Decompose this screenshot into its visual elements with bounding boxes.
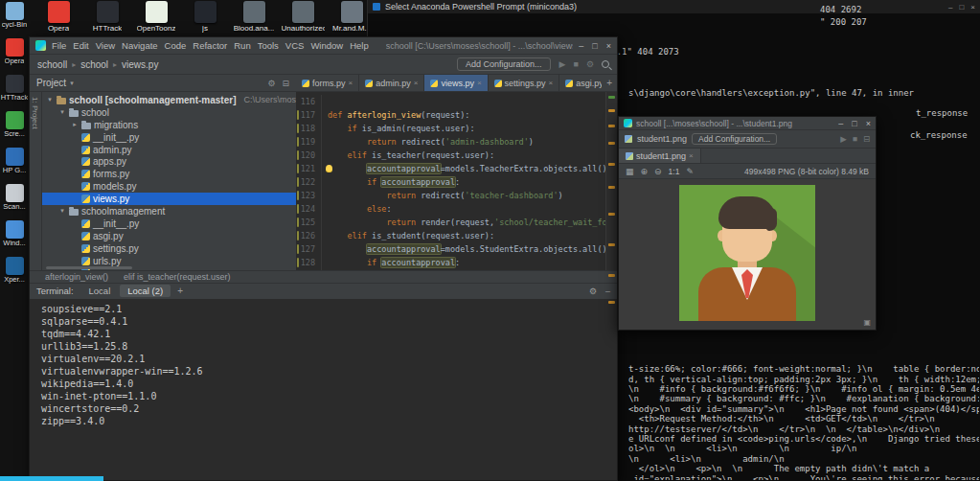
breadcrumb-scope[interactable]: elif is_teacher(request.user) — [124, 272, 231, 282]
zoom-actual-size-button[interactable]: 1:1 — [669, 167, 680, 176]
menu-item[interactable]: Tools — [258, 40, 279, 51]
desktop-icon-image[interactable] — [6, 184, 24, 202]
project-tree-item[interactable]: ▸ migrations — [42, 119, 296, 131]
editor-tab[interactable]: views.py × — [424, 75, 488, 91]
desktop-icon-image[interactable] — [6, 148, 24, 166]
run-file-label[interactable]: student1.png — [637, 134, 687, 144]
desktop-icon[interactable]: Unauthorized — [281, 1, 325, 33]
breadcrumb-item[interactable]: school — [80, 59, 108, 70]
intention-bulb-icon[interactable] — [326, 165, 332, 172]
desktop-icon-image[interactable] — [6, 257, 24, 275]
desktop-icon-image[interactable] — [6, 220, 24, 239]
code-line-123[interactable]: 123 return redirect('teacher-dashboard') — [296, 189, 605, 202]
breadcrumb-item[interactable]: views.py — [122, 59, 158, 70]
desktop-icon-image[interactable] — [194, 1, 217, 23]
project-tree-item[interactable]: asgi.py — [42, 230, 296, 242]
code-line-124[interactable]: 124 else: — [296, 202, 605, 216]
project-tree-item[interactable]: views.py — [42, 193, 296, 205]
close-icon[interactable]: × — [866, 119, 871, 128]
desktop-icon[interactable]: HP G... — [0, 148, 29, 174]
code-line-117[interactable]: 117def afterlogin_view(request): — [296, 108, 605, 122]
tree-expand-arrow-icon[interactable]: ▾ — [46, 96, 54, 103]
code-line-116[interactable]: 116 — [296, 95, 605, 108]
code-line-119[interactable]: 119 return redirect('admin-dashboard') — [296, 135, 605, 149]
tree-expand-arrow-icon[interactable]: ▾ — [58, 108, 66, 116]
image-viewer-window[interactable]: schooll [...\moses\schooll] - ...\studen… — [618, 116, 877, 331]
desktop-icon[interactable]: cycl-Bin — [0, 2, 29, 29]
project-tree-item[interactable]: urls.py — [42, 255, 296, 267]
settings-gear-icon[interactable]: ⚙ — [267, 79, 275, 88]
project-tree-item[interactable]: forms.py — [42, 168, 296, 180]
menu-item[interactable]: Navigate — [122, 40, 158, 51]
tool-window-stripe[interactable]: 1: Project — [30, 92, 42, 270]
desktop-icon-image[interactable] — [48, 1, 70, 23]
image-window-titlebar[interactable]: schooll [...\moses\schooll] - ...\studen… — [619, 117, 876, 130]
add-configuration-button[interactable]: Add Configuration... — [457, 57, 551, 71]
terminal-output[interactable]: soupsieve==2.1sqlparse==0.4.1tqdm==4.42.… — [30, 299, 617, 481]
run-icon[interactable]: ▶ — [840, 134, 847, 144]
powershell-titlebar[interactable]: Select Anaconda Powershell Prompt (minic… — [368, 0, 980, 13]
pycharm-window[interactable]: FileEditViewNavigateCodeRefactorRunTools… — [29, 36, 618, 481]
grid-toggle-icon[interactable]: ▦ — [626, 167, 634, 176]
desktop-icon[interactable]: Scan... — [0, 184, 29, 211]
code-line-126[interactable]: 126 elif is_student(request.user): — [296, 229, 605, 242]
collapse-icon[interactable]: ⊟ — [863, 134, 870, 144]
code-line-128[interactable]: 128 if accountapproval: — [296, 256, 605, 269]
project-tree-item[interactable]: __init__.py — [42, 131, 296, 144]
run-icon[interactable]: ▶ — [559, 59, 566, 69]
menu-item[interactable]: Window — [310, 40, 343, 51]
hide-panel-icon[interactable]: – — [605, 286, 610, 296]
edit-pencil-icon[interactable]: ✎ — [686, 167, 694, 176]
desktop-icon[interactable]: HTTrack — [85, 1, 129, 33]
desktop-icon-image[interactable] — [146, 1, 168, 23]
code-line-129[interactable]: 129 return redirect('student-dashboard') — [296, 269, 605, 270]
project-panel-header[interactable]: Project ▾ ⚙⊟ — [30, 75, 296, 91]
tab-close-icon[interactable]: × — [549, 79, 554, 87]
desktop-icon-image[interactable] — [6, 38, 24, 57]
editor-tab[interactable]: settings.py × — [489, 75, 560, 91]
close-icon[interactable]: × — [606, 41, 611, 51]
pycharm-titlebar[interactable]: FileEditViewNavigateCodeRefactorRunTools… — [30, 37, 617, 55]
menu-item[interactable]: Code — [165, 40, 187, 51]
project-tree-item[interactable]: ▾ schooll [schoolmanagement-master] C:\U… — [42, 94, 296, 106]
desktop-icon-image[interactable] — [6, 111, 24, 129]
terminal-tab[interactable]: Local (2) — [120, 285, 171, 297]
desktop-icon-image[interactable] — [6, 75, 24, 93]
desktop-icon-image[interactable] — [292, 1, 314, 23]
code-line-127[interactable]: 127 accountapproval=models.StudentExtra.… — [296, 242, 605, 256]
desktop-icon[interactable]: js — [183, 1, 227, 33]
desktop-icon[interactable]: Xper... — [0, 257, 29, 284]
editor-tab[interactable]: forms.py × — [296, 75, 359, 91]
tab-close-icon[interactable]: × — [349, 79, 353, 87]
desktop-icon[interactable]: Blood.ana... — [232, 1, 276, 33]
breadcrumb-item[interactable]: schooll — [37, 59, 67, 70]
new-terminal-button[interactable]: + — [177, 286, 183, 296]
zoom-in-icon[interactable]: ⊕ — [641, 167, 649, 176]
project-tree-item[interactable]: admin.py — [42, 144, 296, 156]
tool-stripe-label[interactable]: 1: Project — [31, 97, 39, 129]
code-line-121[interactable]: 121 accountapproval=models.TeacherExtra.… — [296, 162, 605, 175]
code-line-118[interactable]: 118 if is_admin(request.user): — [296, 122, 605, 135]
maximize-icon[interactable]: □ — [852, 119, 856, 128]
menu-item[interactable]: View — [96, 40, 115, 51]
chevron-down-icon[interactable]: ▾ — [70, 80, 74, 87]
project-tree-item[interactable]: __init__.py — [42, 218, 296, 230]
tab-close-icon[interactable]: × — [689, 151, 694, 160]
maximize-icon[interactable]: □ — [959, 3, 964, 11]
settings-gear-icon[interactable]: ⚙ — [589, 286, 597, 296]
tab-close-icon[interactable]: × — [477, 79, 482, 87]
desktop-icon[interactable]: OpenToonz — [134, 1, 178, 33]
menu-item[interactable]: Refactor — [193, 40, 227, 51]
minimize-icon[interactable]: – — [948, 3, 952, 11]
minimize-icon[interactable]: – — [838, 119, 843, 128]
project-tree-item[interactable]: settings.py — [42, 242, 296, 255]
minimize-icon[interactable]: – — [579, 41, 583, 51]
search-icon[interactable] — [602, 60, 609, 68]
desktop-icon-image[interactable] — [97, 1, 119, 23]
project-tree-item[interactable]: ▾ schoolmanagement — [42, 205, 296, 218]
editor-tab[interactable]: asgi.py × — [559, 75, 602, 91]
collapse-all-icon[interactable]: ⊟ — [282, 79, 289, 88]
code-line-122[interactable]: 122 if accountapproval: — [296, 175, 605, 189]
image-overlay-icon[interactable]: ▣ — [863, 318, 871, 327]
project-tree-item[interactable]: models.py — [42, 180, 296, 193]
